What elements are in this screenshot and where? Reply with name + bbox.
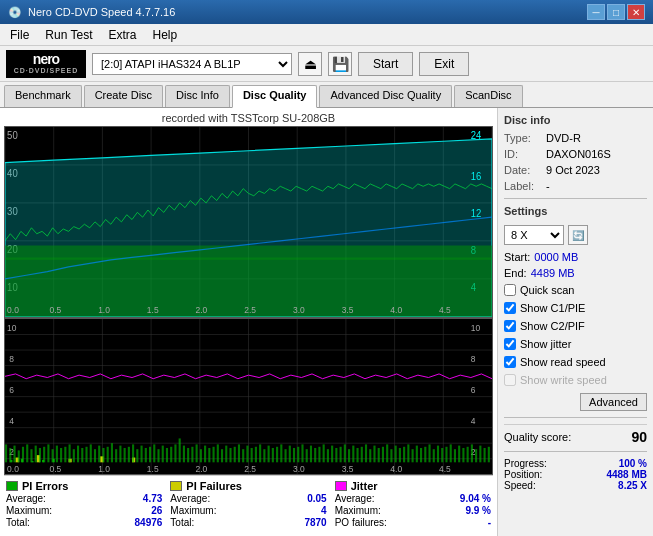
pi-failures-label: PI Failures [186,480,242,492]
svg-rect-145 [289,445,291,462]
minimize-button[interactable]: ─ [587,4,605,20]
show-read-speed-checkbox[interactable] [504,356,516,368]
svg-rect-86 [39,448,41,462]
svg-rect-128 [217,444,219,462]
svg-rect-122 [191,447,193,463]
svg-rect-79 [9,448,11,462]
end-row: End: 4489 MB [504,267,647,279]
svg-text:0.5: 0.5 [49,463,61,474]
show-write-speed-checkbox[interactable] [504,374,516,386]
svg-rect-162 [361,447,363,463]
speed-select[interactable]: 8 X [504,225,564,245]
maximize-button[interactable]: □ [607,4,625,20]
svg-rect-189 [475,449,477,462]
jitter-avg-label: Average: [335,493,375,504]
show-c2-pif-row: Show C2/PIF [504,320,647,332]
show-jitter-checkbox[interactable] [504,338,516,350]
svg-rect-178 [428,444,430,462]
advanced-button[interactable]: Advanced [580,393,647,411]
start-button[interactable]: Start [358,52,413,76]
menu-run-test[interactable]: Run Test [39,26,98,44]
svg-rect-133 [238,444,240,462]
svg-text:4.0: 4.0 [390,305,402,316]
progress-val: 100 % [619,458,647,469]
pi-errors-label: PI Errors [22,480,68,492]
tab-disc-info[interactable]: Disc Info [165,85,230,107]
show-c1-pie-row: Show C1/PIE [504,302,647,314]
pi-failures-avg-val: 0.05 [307,493,326,504]
chart-title: recorded with TSSTcorp SU-208GB [4,112,493,124]
jitter-color [335,481,347,491]
svg-rect-185 [458,445,460,462]
svg-text:4.0: 4.0 [390,463,402,474]
tab-scandisc[interactable]: ScanDisc [454,85,522,107]
speed-val: 8.25 X [618,480,647,491]
pi-errors-color [6,481,18,491]
quick-scan-checkbox[interactable] [504,284,516,296]
tab-create-disc[interactable]: Create Disc [84,85,163,107]
svg-text:8: 8 [9,353,14,364]
menu-bar: File Run Test Extra Help [0,24,653,46]
disc-date-val: 9 Oct 2023 [546,164,600,176]
tab-advanced-disc-quality[interactable]: Advanced Disc Quality [319,85,452,107]
svg-rect-191 [484,448,486,462]
pi-failures-total-label: Total: [170,517,194,528]
svg-rect-151 [314,448,316,462]
upper-chart-svg: 50 40 30 20 10 24 16 12 8 4 [5,127,492,317]
svg-rect-91 [60,448,62,462]
svg-rect-174 [412,449,414,462]
exit-button[interactable]: Exit [419,52,469,76]
svg-rect-165 [373,445,375,462]
svg-rect-100 [98,445,100,462]
svg-rect-170 [395,445,397,462]
svg-rect-93 [69,444,71,462]
svg-rect-96 [81,448,83,462]
svg-rect-132 [234,447,236,463]
pi-failures-max-label: Maximum: [170,505,216,516]
pi-errors-max-label: Maximum: [6,505,52,516]
close-button[interactable]: ✕ [627,4,645,20]
svg-rect-85 [35,445,37,462]
eject-button[interactable]: ⏏ [298,52,322,76]
svg-rect-127 [213,447,215,463]
svg-rect-82 [22,447,24,463]
pi-failures-avg-label: Average: [170,493,210,504]
svg-rect-84 [30,449,32,462]
pi-failures-color [170,481,182,491]
svg-rect-152 [318,447,320,463]
save-button[interactable]: 💾 [328,52,352,76]
svg-rect-135 [246,445,248,462]
svg-rect-179 [433,449,435,462]
tab-benchmark[interactable]: Benchmark [4,85,82,107]
svg-text:3.5: 3.5 [342,463,354,474]
svg-rect-166 [378,448,380,462]
svg-rect-97 [85,447,87,463]
svg-text:8: 8 [471,353,476,364]
svg-rect-121 [187,448,189,462]
menu-file[interactable]: File [4,26,35,44]
nero-logo: nero CD·DVD/SPEED [6,50,86,78]
svg-text:10: 10 [7,322,16,333]
disc-type-key: Type: [504,132,542,144]
refresh-button[interactable]: 🔄 [568,225,588,245]
svg-rect-95 [77,445,79,462]
svg-rect-99 [94,449,96,462]
svg-text:3.5: 3.5 [342,305,354,316]
svg-rect-156 [335,448,337,462]
svg-rect-98 [90,444,92,462]
show-write-speed-label: Show write speed [520,374,607,386]
svg-text:50: 50 [7,129,18,141]
menu-help[interactable]: Help [147,26,184,44]
right-panel: Disc info Type: DVD-R ID: DAXON016S Date… [498,108,653,536]
menu-extra[interactable]: Extra [102,26,142,44]
show-c2-pif-checkbox[interactable] [504,320,516,332]
svg-rect-104 [115,449,117,462]
drive-combo[interactable]: [2:0] ATAPI iHAS324 A BL1P [92,53,292,75]
show-c1-pie-checkbox[interactable] [504,302,516,314]
svg-text:1.0: 1.0 [98,305,110,316]
title-bar-left: 💿 Nero CD-DVD Speed 4.7.7.16 [8,6,175,19]
svg-rect-107 [128,447,130,463]
tab-disc-quality[interactable]: Disc Quality [232,85,318,108]
svg-rect-181 [441,448,443,462]
svg-rect-118 [174,444,176,462]
